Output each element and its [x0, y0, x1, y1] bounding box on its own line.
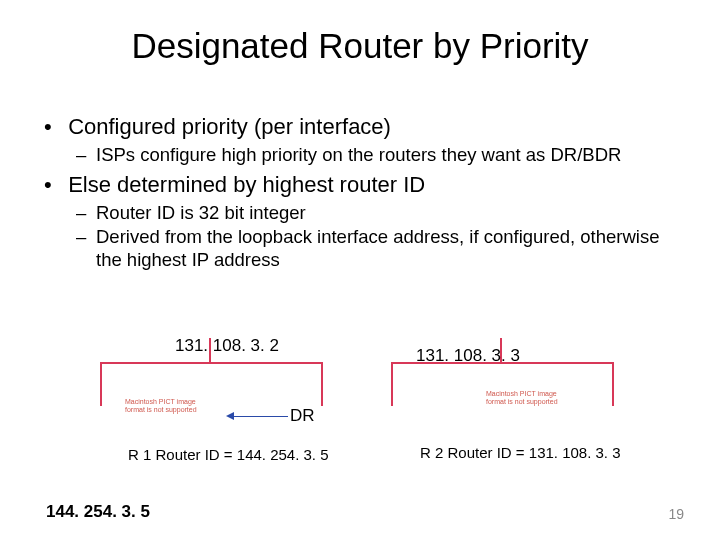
dr-label: DR [290, 406, 315, 426]
bus-line-left-h [100, 362, 323, 364]
bus-line-right-v1 [391, 362, 393, 406]
bullet-2-text: Else determined by highest router ID [68, 172, 425, 197]
bullet-1-1: ISPs configure high priority on the rout… [96, 144, 680, 166]
router-diagram: 131. 108. 3. 2 Macintosh PICT image form… [0, 330, 720, 520]
bullet-list: Configured priority (per interface) ISPs… [62, 114, 680, 271]
bus-line-left-v1 [100, 362, 102, 406]
ip-left: 131. 108. 3. 2 [175, 336, 279, 356]
bus-line-left-v2 [321, 362, 323, 406]
router-id-left: R 1 Router ID = 144. 254. 3. 5 [128, 446, 329, 463]
router-id-right: R 2 Router ID = 131. 108. 3. 3 [420, 444, 621, 461]
slide-title: Designated Router by Priority [40, 26, 680, 66]
bullet-2: Else determined by highest router ID Rou… [62, 172, 680, 271]
pict-placeholder-right: Macintosh PICT image format is not suppo… [486, 390, 560, 405]
bullet-1: Configured priority (per interface) ISPs… [62, 114, 680, 166]
bus-line-right-v2 [612, 362, 614, 406]
bullet-1-text: Configured priority (per interface) [68, 114, 391, 139]
bullet-2-2: Derived from the loopback interface addr… [96, 226, 680, 270]
pict-placeholder-left: Macintosh PICT image format is not suppo… [125, 398, 199, 413]
ip-right: 131. 108. 3. 3 [416, 346, 520, 366]
bullet-2-1: Router ID is 32 bit integer [96, 202, 680, 224]
slide-number: 19 [668, 506, 684, 522]
footer-ip: 144. 254. 3. 5 [46, 502, 150, 522]
